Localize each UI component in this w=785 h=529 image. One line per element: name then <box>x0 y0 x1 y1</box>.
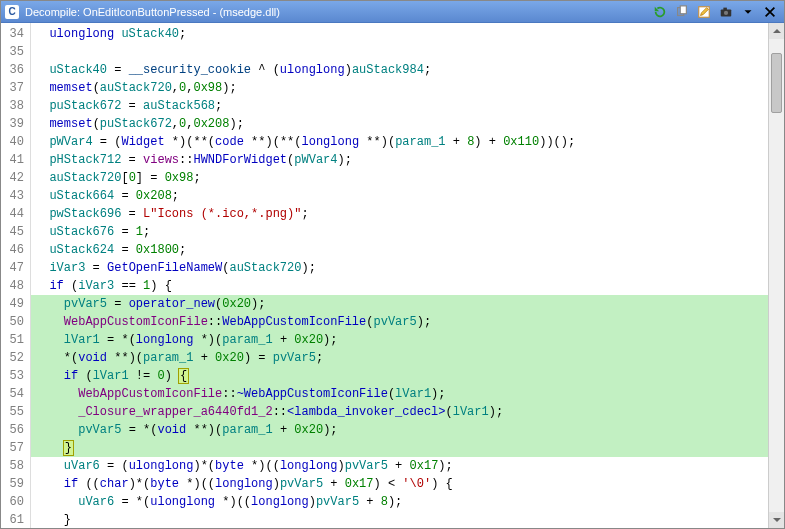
line-number: 38 <box>1 97 30 115</box>
line-number: 44 <box>1 205 30 223</box>
line-number: 53 <box>1 367 30 385</box>
line-number: 61 <box>1 511 30 528</box>
code-area[interactable]: ulonglong uStack40; uStack40 = __securit… <box>31 23 768 528</box>
scroll-down-icon[interactable] <box>769 512 784 528</box>
code-line[interactable]: uVar6 = *(ulonglong *)((longlong)pvVar5 … <box>31 493 768 511</box>
code-line[interactable]: WebAppCustomIconFile::~WebAppCustomIconF… <box>31 385 768 403</box>
line-number: 54 <box>1 385 30 403</box>
code-line[interactable]: uStack664 = 0x208; <box>31 187 768 205</box>
copy-icon[interactable] <box>672 3 692 21</box>
code-line[interactable]: pwStack696 = L"Icons (*.ico,*.png)"; <box>31 205 768 223</box>
code-line[interactable]: _Closure_wrapper_a6440fd1_2::<lambda_inv… <box>31 403 768 421</box>
code-line[interactable]: if (iVar3 == 1) { <box>31 277 768 295</box>
menu-dropdown-icon[interactable] <box>738 3 758 21</box>
code-line[interactable]: *(void **)(param_1 + 0x20) = pvVar5; <box>31 349 768 367</box>
code-line[interactable]: } <box>31 439 768 457</box>
snapshot-icon[interactable] <box>716 3 736 21</box>
edit-icon[interactable] <box>694 3 714 21</box>
svg-rect-5 <box>723 7 727 10</box>
code-line[interactable]: pvVar5 = operator_new(0x20); <box>31 295 768 313</box>
vertical-scrollbar[interactable] <box>768 23 784 528</box>
scroll-thumb[interactable] <box>771 53 782 113</box>
code-line[interactable]: lVar1 = *(longlong *)(param_1 + 0x20); <box>31 331 768 349</box>
line-number: 49 <box>1 295 30 313</box>
line-number: 56 <box>1 421 30 439</box>
code-line[interactable]: pvVar5 = *(void **)(param_1 + 0x20); <box>31 421 768 439</box>
code-line[interactable]: uStack40 = __security_cookie ^ (ulonglon… <box>31 61 768 79</box>
code-line[interactable]: iVar3 = GetOpenFileNameW(auStack720); <box>31 259 768 277</box>
titlebar: C Decompile: OnEditIconButtonPressed - (… <box>1 1 784 23</box>
line-number: 51 <box>1 331 30 349</box>
code-line[interactable]: pWVar4 = (Widget *)(**(code **)(**(longl… <box>31 133 768 151</box>
code-line[interactable]: } <box>31 511 768 528</box>
line-number: 42 <box>1 169 30 187</box>
app-icon: C <box>5 5 19 19</box>
code-line[interactable]: auStack720[0] = 0x98; <box>31 169 768 187</box>
svg-rect-1 <box>680 5 686 13</box>
code-line[interactable]: if (lVar1 != 0) { <box>31 367 768 385</box>
editor: 3435363738394041424344454647484950515253… <box>1 23 784 528</box>
line-number: 57 <box>1 439 30 457</box>
line-gutter: 3435363738394041424344454647484950515253… <box>1 23 31 528</box>
code-line[interactable]: uVar6 = (ulonglong)*(byte *)((longlong)p… <box>31 457 768 475</box>
line-number: 37 <box>1 79 30 97</box>
code-line[interactable]: memset(puStack672,0,0x208); <box>31 115 768 133</box>
code-line[interactable]: pHStack712 = views::HWNDForWidget(pWVar4… <box>31 151 768 169</box>
line-number: 50 <box>1 313 30 331</box>
code-line[interactable]: uStack676 = 1; <box>31 223 768 241</box>
line-number: 55 <box>1 403 30 421</box>
line-number: 43 <box>1 187 30 205</box>
code-line[interactable]: WebAppCustomIconFile::WebAppCustomIconFi… <box>31 313 768 331</box>
line-number: 35 <box>1 43 30 61</box>
code-line[interactable]: memset(auStack720,0,0x98); <box>31 79 768 97</box>
line-number: 58 <box>1 457 30 475</box>
line-number: 45 <box>1 223 30 241</box>
refresh-icon[interactable] <box>650 3 670 21</box>
line-number: 47 <box>1 259 30 277</box>
line-number: 52 <box>1 349 30 367</box>
line-number: 36 <box>1 61 30 79</box>
code-line[interactable]: puStack672 = auStack568; <box>31 97 768 115</box>
code-line[interactable]: if ((char)*(byte *)((longlong)pvVar5 + 0… <box>31 475 768 493</box>
line-number: 41 <box>1 151 30 169</box>
line-number: 48 <box>1 277 30 295</box>
line-number: 39 <box>1 115 30 133</box>
close-icon[interactable] <box>760 3 780 21</box>
line-number: 40 <box>1 133 30 151</box>
line-number: 60 <box>1 493 30 511</box>
scroll-up-icon[interactable] <box>769 23 784 39</box>
code-line[interactable]: ulonglong uStack40; <box>31 25 768 43</box>
line-number: 59 <box>1 475 30 493</box>
line-number: 34 <box>1 25 30 43</box>
line-number: 46 <box>1 241 30 259</box>
svg-point-4 <box>724 10 728 14</box>
code-line[interactable]: uStack624 = 0x1800; <box>31 241 768 259</box>
code-line[interactable] <box>31 43 768 61</box>
window-title: Decompile: OnEditIconButtonPressed - (ms… <box>25 6 280 18</box>
